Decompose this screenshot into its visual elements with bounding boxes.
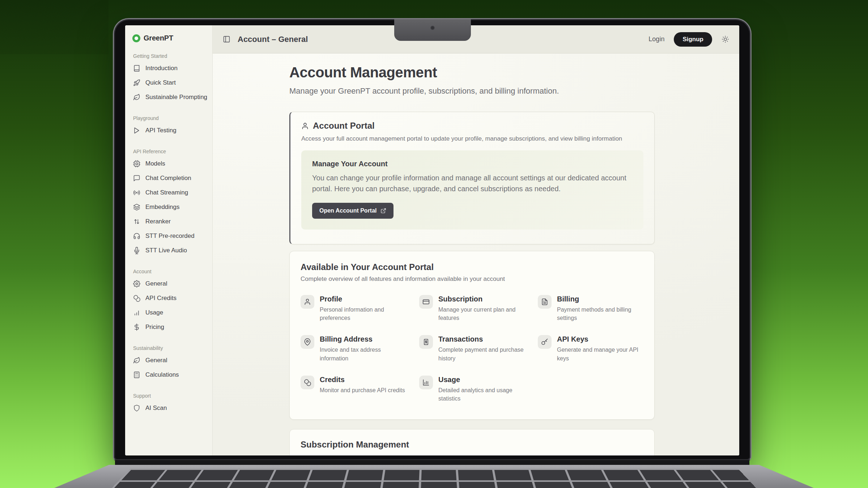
sidebar-item[interactable]: General bbox=[131, 277, 207, 291]
available-features-subtitle: Complete overview of all features and in… bbox=[301, 275, 643, 283]
sun-icon[interactable] bbox=[722, 35, 729, 43]
topbar-title: Account – General bbox=[238, 35, 308, 44]
user-icon bbox=[301, 122, 309, 130]
sidebar-item[interactable]: General bbox=[131, 353, 207, 368]
document-icon bbox=[538, 295, 552, 309]
sidebar-item[interactable]: Embeddings bbox=[131, 200, 207, 214]
topbar: Account – General Login Signup bbox=[213, 25, 739, 53]
sidebar-item[interactable]: Pricing bbox=[131, 320, 207, 334]
open-account-portal-button[interactable]: Open Account Portal bbox=[312, 203, 393, 219]
feature-description: Invoice and tax address information bbox=[320, 346, 406, 362]
feature-title: API Keys bbox=[557, 335, 643, 343]
sidebar-item[interactable]: Chat Streaming bbox=[131, 185, 207, 200]
subscription-management-title: Subscription Management bbox=[301, 440, 643, 450]
panel-left-icon[interactable] bbox=[223, 35, 230, 43]
feature-item: API Keys Generate and manage your API ke… bbox=[538, 335, 643, 362]
credit-card-icon bbox=[419, 295, 433, 309]
feature-description: Monitor and purchase API credits bbox=[320, 386, 405, 394]
sidebar-item[interactable]: API Testing bbox=[131, 123, 207, 138]
page-title: Account Management bbox=[289, 64, 655, 81]
sidebar-item[interactable]: Introduction bbox=[131, 61, 207, 76]
laptop-keyboard-keys bbox=[107, 468, 761, 488]
play-icon bbox=[133, 127, 140, 134]
feature-description: Manage your current plan and features bbox=[438, 305, 525, 322]
greenpt-logo-icon bbox=[132, 34, 140, 42]
manage-account-title: Manage Your Account bbox=[312, 160, 633, 168]
sidebar-item[interactable]: AI Scan bbox=[131, 401, 207, 415]
account-portal-description: Access your full account management port… bbox=[301, 135, 643, 142]
feature-title: Usage bbox=[438, 376, 525, 384]
feature-description: Detailed analytics and usage statistics bbox=[438, 386, 525, 403]
sidebar-item[interactable]: STT Pre-recorded bbox=[131, 229, 207, 243]
sidebar-item[interactable]: Quick Start bbox=[131, 76, 207, 90]
sidebar-section-label: Sustainability bbox=[131, 343, 207, 353]
feature-description: Complete payment and purchase history bbox=[438, 346, 525, 362]
page-content: Account Management Manage your GreenPT a… bbox=[213, 53, 739, 455]
broadcast-icon bbox=[133, 189, 140, 196]
feature-title: Billing bbox=[557, 295, 643, 303]
sidebar-section-playground: Playground API Testing bbox=[131, 113, 207, 138]
feature-title: Billing Address bbox=[320, 335, 406, 343]
feature-item: Profile Personal information and prefere… bbox=[301, 295, 406, 322]
sidebar-item[interactable]: Models bbox=[131, 157, 207, 171]
login-link[interactable]: Login bbox=[648, 35, 664, 43]
manage-account-body: You can change your profile information … bbox=[312, 172, 633, 194]
sidebar-item[interactable]: STT Live Audio bbox=[131, 243, 207, 258]
page-subtitle: Manage your GreenPT account profile, sub… bbox=[289, 86, 655, 96]
arrows-up-down-icon bbox=[133, 218, 140, 225]
brand-name: GreenPT bbox=[144, 34, 173, 42]
feature-item: Billing Payment methods and billing sett… bbox=[538, 295, 643, 322]
feature-description: Personal information and preferences bbox=[320, 305, 406, 322]
key-icon bbox=[538, 335, 552, 349]
sidebar-section-support: Support AI Scan bbox=[131, 391, 207, 415]
laptop-keyboard-deck bbox=[54, 465, 814, 488]
calculator-icon bbox=[133, 371, 140, 378]
sidebar-item[interactable]: Reranker bbox=[131, 214, 207, 229]
sidebar-section-label: Playground bbox=[131, 113, 207, 123]
account-portal-title: Account Portal bbox=[313, 121, 375, 131]
sidebar: GreenPT Getting Started Introduction bbox=[125, 25, 213, 455]
brand[interactable]: GreenPT bbox=[131, 34, 207, 42]
sidebar-item[interactable]: Chat Completion bbox=[131, 171, 207, 185]
feature-item: Transactions Complete payment and purcha… bbox=[419, 335, 525, 362]
sidebar-item[interactable]: Calculations bbox=[131, 368, 207, 382]
laptop-screen-bezel: GreenPT Getting Started Introduction bbox=[113, 18, 752, 461]
receipt-icon bbox=[419, 335, 433, 349]
external-link-icon bbox=[380, 208, 386, 214]
subscription-management-card: Subscription Management bbox=[289, 429, 655, 455]
feature-title: Credits bbox=[320, 376, 405, 384]
main-area: Account – General Login Signup Account M… bbox=[213, 25, 739, 455]
leaf-icon bbox=[133, 94, 140, 101]
rocket-icon bbox=[133, 79, 140, 86]
account-portal-card: Account Portal Access your full account … bbox=[289, 112, 655, 244]
microphone-icon bbox=[133, 247, 140, 254]
gear-icon bbox=[133, 280, 140, 287]
feature-item: Usage Detailed analytics and usage stati… bbox=[419, 376, 525, 403]
signup-button[interactable]: Signup bbox=[674, 32, 712, 47]
layers-icon bbox=[133, 204, 140, 211]
available-features-title: Available in Your Account Portal bbox=[301, 262, 643, 272]
sidebar-section-account: Account General API bbox=[131, 266, 207, 334]
coins-icon bbox=[133, 295, 140, 302]
shield-icon bbox=[133, 404, 140, 412]
user-icon bbox=[301, 295, 314, 309]
coins-icon bbox=[301, 376, 314, 389]
dollar-icon bbox=[133, 324, 140, 331]
bar-chart-icon bbox=[133, 309, 140, 316]
topbar-actions: Login Signup bbox=[648, 32, 729, 47]
headphones-icon bbox=[133, 232, 140, 240]
cpu-icon bbox=[133, 160, 140, 167]
bar-chart-box-icon bbox=[419, 376, 433, 389]
sidebar-section-sustainability: Sustainability General bbox=[131, 343, 207, 382]
sidebar-item[interactable]: Usage bbox=[131, 305, 207, 320]
sidebar-section-label: Account bbox=[131, 266, 207, 277]
sidebar-section-label: Getting Started bbox=[131, 51, 207, 61]
map-pin-icon bbox=[301, 335, 314, 349]
sidebar-item[interactable]: API Credits bbox=[131, 291, 207, 305]
message-square-icon bbox=[133, 175, 140, 182]
scene-background: GreenPT Getting Started Introduction bbox=[0, 0, 868, 488]
feature-item: Credits Monitor and purchase API credits bbox=[301, 376, 406, 403]
sidebar-item[interactable]: Sustainable Prompting bbox=[131, 90, 207, 104]
feature-description: Payment methods and billing settings bbox=[557, 305, 643, 322]
sidebar-section-label: Support bbox=[131, 391, 207, 401]
